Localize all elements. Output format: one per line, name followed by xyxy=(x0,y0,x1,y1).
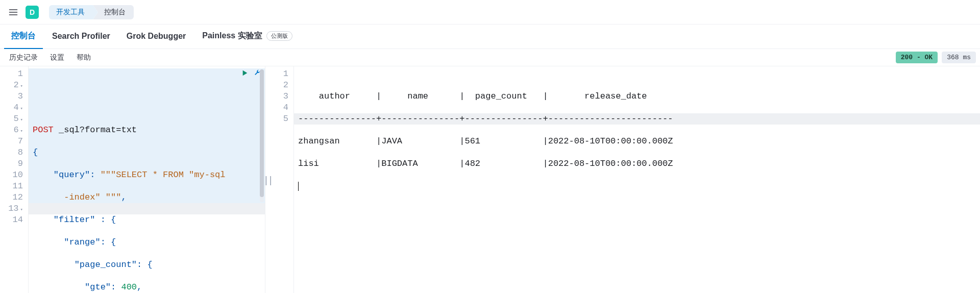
status-code-badge: 200 - OK xyxy=(896,52,938,63)
app-logo[interactable]: D xyxy=(26,6,39,19)
tab-painless-lab-label: Painless 实验室 xyxy=(202,31,262,41)
toolbar-links: 历史记录 设置 帮助 xyxy=(4,50,96,65)
tab-console[interactable]: 控制台 xyxy=(4,25,43,49)
request-pane: 1234567891011121314 POST _sql?format=txt… xyxy=(0,66,265,293)
pane-splitter[interactable]: || xyxy=(263,175,273,185)
tab-search-profiler-label: Search Profiler xyxy=(52,32,110,41)
tab-grok-debugger-label: Grok Debugger xyxy=(127,32,186,41)
settings-link[interactable]: 设置 xyxy=(45,50,69,65)
http-method: POST xyxy=(33,125,54,135)
response-line: lisi |BIGDATA |482 |2022-08-10T00:00:00.… xyxy=(298,158,976,169)
editor-area: 1234567891011121314 POST _sql?format=txt… xyxy=(0,66,980,293)
http-path: _sql?format=txt xyxy=(59,125,137,135)
tab-search-profiler[interactable]: Search Profiler xyxy=(45,25,117,49)
tab-grok-debugger[interactable]: Grok Debugger xyxy=(119,25,193,49)
help-link[interactable]: 帮助 xyxy=(71,50,96,65)
console-toolbar: 历史记录 设置 帮助 200 - OK 368 ms xyxy=(0,49,980,66)
tab-painless-lab[interactable]: Painless 实验室 公测版 xyxy=(195,25,299,49)
response-pane: 12345 author | name | page_count | relea… xyxy=(265,66,980,293)
breadcrumb: 开发工具 控制台 xyxy=(49,5,134,19)
response-line: author | name | page_count | release_dat… xyxy=(298,91,976,102)
hamburger-icon xyxy=(8,7,18,17)
run-button[interactable] xyxy=(240,68,250,78)
response-line: ---------------+---------------+--------… xyxy=(298,113,976,125)
breadcrumb-console: 控制台 xyxy=(93,5,134,19)
response-line: zhangsan |JAVA |561 |2022-08-10T00:00:00… xyxy=(298,136,976,147)
request-editor[interactable]: POST _sql?format=txt { "query": """SELEC… xyxy=(29,66,265,293)
cursor-icon xyxy=(298,182,299,191)
menu-toggle[interactable] xyxy=(6,6,20,19)
response-line xyxy=(298,181,976,192)
wrench-icon xyxy=(254,69,261,77)
beta-badge: 公测版 xyxy=(266,31,292,41)
status-group: 200 - OK 368 ms xyxy=(896,52,976,63)
tab-console-label: 控制台 xyxy=(11,31,36,41)
response-output[interactable]: author | name | page_count | release_dat… xyxy=(294,66,980,293)
top-bar: D 开发工具 控制台 xyxy=(0,0,980,25)
breadcrumb-dev-tools[interactable]: 开发工具 xyxy=(49,5,93,19)
status-time-badge: 368 ms xyxy=(942,52,976,63)
request-actions xyxy=(240,68,262,78)
tabs-bar: 控制台 Search Profiler Grok Debugger Painle… xyxy=(0,25,980,49)
play-icon xyxy=(241,69,249,77)
request-gutter: 1234567891011121314 xyxy=(0,66,29,293)
history-link[interactable]: 历史记录 xyxy=(4,50,43,65)
options-button[interactable] xyxy=(253,68,262,78)
